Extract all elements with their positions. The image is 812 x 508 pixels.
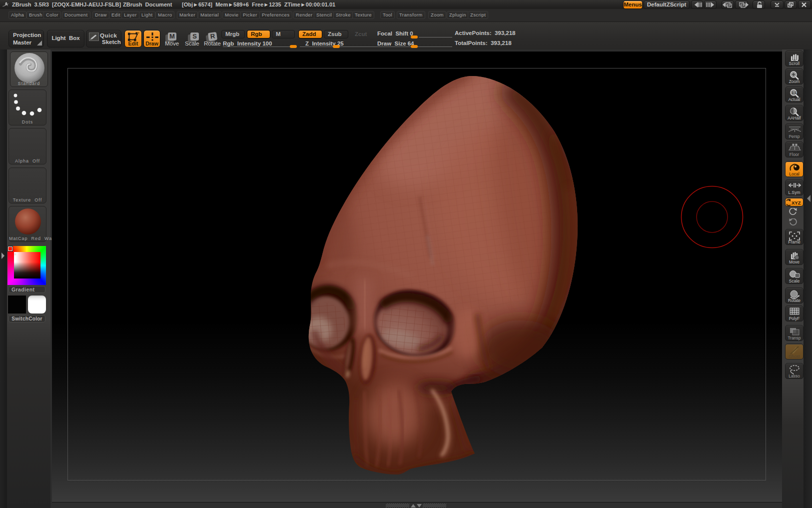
svg-text:XYZ: XYZ <box>792 200 801 206</box>
svg-text:1:1: 1:1 <box>792 91 797 94</box>
